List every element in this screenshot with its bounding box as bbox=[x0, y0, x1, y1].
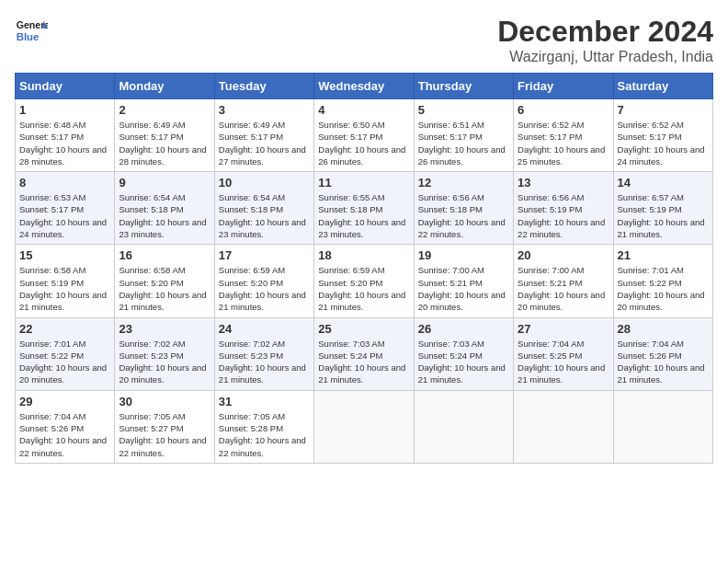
svg-text:Blue: Blue bbox=[17, 31, 40, 42]
day-number: 1 bbox=[19, 103, 110, 117]
day-info: Sunrise: 7:04 AMSunset: 5:26 PMDaylight:… bbox=[19, 410, 110, 459]
day-info: Sunrise: 6:50 AMSunset: 5:17 PMDaylight:… bbox=[318, 119, 409, 167]
calendar-cell: 22Sunrise: 7:01 AMSunset: 5:22 PMDayligh… bbox=[16, 317, 115, 390]
weekday-header-friday: Friday bbox=[514, 74, 613, 99]
calendar-week-3: 15Sunrise: 6:58 AMSunset: 5:19 PMDayligh… bbox=[16, 245, 713, 317]
day-info: Sunrise: 7:05 AMSunset: 5:27 PMDaylight:… bbox=[119, 410, 210, 459]
day-info: Sunrise: 7:05 AMSunset: 5:28 PMDaylight:… bbox=[219, 410, 310, 459]
calendar-cell: 10Sunrise: 6:54 AMSunset: 5:18 PMDayligh… bbox=[214, 172, 313, 245]
day-number: 21 bbox=[618, 248, 709, 262]
weekday-header-monday: Monday bbox=[115, 74, 214, 99]
day-number: 4 bbox=[318, 103, 409, 117]
day-info: Sunrise: 7:03 AMSunset: 5:24 PMDaylight:… bbox=[318, 338, 409, 386]
calendar-cell: 13Sunrise: 6:56 AMSunset: 5:19 PMDayligh… bbox=[514, 172, 613, 245]
day-number: 3 bbox=[219, 103, 310, 117]
day-number: 8 bbox=[19, 176, 110, 190]
day-number: 17 bbox=[219, 248, 310, 262]
calendar-cell bbox=[613, 390, 712, 463]
calendar-cell: 14Sunrise: 6:57 AMSunset: 5:19 PMDayligh… bbox=[613, 172, 712, 245]
day-number: 11 bbox=[318, 176, 409, 190]
day-info: Sunrise: 6:51 AMSunset: 5:17 PMDaylight:… bbox=[418, 119, 509, 167]
day-number: 28 bbox=[618, 322, 709, 336]
month-title: December 2024 bbox=[497, 15, 713, 49]
day-number: 23 bbox=[119, 322, 210, 336]
day-number: 9 bbox=[119, 176, 210, 190]
calendar-cell: 1Sunrise: 6:48 AMSunset: 5:17 PMDaylight… bbox=[16, 99, 115, 172]
calendar-cell: 8Sunrise: 6:53 AMSunset: 5:17 PMDaylight… bbox=[16, 172, 115, 245]
weekday-header-saturday: Saturday bbox=[613, 74, 712, 99]
day-number: 25 bbox=[318, 322, 409, 336]
day-info: Sunrise: 6:57 AMSunset: 5:19 PMDaylight:… bbox=[618, 191, 709, 240]
day-number: 16 bbox=[119, 248, 210, 262]
day-info: Sunrise: 6:52 AMSunset: 5:17 PMDaylight:… bbox=[618, 119, 709, 167]
weekday-header-wednesday: Wednesday bbox=[314, 74, 414, 99]
calendar-cell: 20Sunrise: 7:00 AMSunset: 5:21 PMDayligh… bbox=[514, 245, 613, 317]
calendar-cell: 17Sunrise: 6:59 AMSunset: 5:20 PMDayligh… bbox=[214, 245, 313, 317]
logo: General Blue bbox=[15, 15, 48, 48]
day-info: Sunrise: 7:01 AMSunset: 5:22 PMDaylight:… bbox=[618, 264, 709, 313]
day-info: Sunrise: 6:58 AMSunset: 5:20 PMDaylight:… bbox=[119, 264, 210, 313]
weekday-header-sunday: Sunday bbox=[16, 74, 115, 99]
calendar-cell: 9Sunrise: 6:54 AMSunset: 5:18 PMDaylight… bbox=[115, 172, 214, 245]
calendar-cell: 6Sunrise: 6:52 AMSunset: 5:17 PMDaylight… bbox=[514, 99, 613, 172]
calendar-cell: 29Sunrise: 7:04 AMSunset: 5:26 PMDayligh… bbox=[16, 390, 115, 463]
calendar-cell: 24Sunrise: 7:02 AMSunset: 5:23 PMDayligh… bbox=[214, 317, 313, 390]
day-info: Sunrise: 6:49 AMSunset: 5:17 PMDaylight:… bbox=[119, 119, 210, 167]
day-info: Sunrise: 7:00 AMSunset: 5:21 PMDaylight:… bbox=[518, 264, 609, 313]
calendar-cell: 15Sunrise: 6:58 AMSunset: 5:19 PMDayligh… bbox=[16, 245, 115, 317]
weekday-header-tuesday: Tuesday bbox=[214, 74, 313, 99]
day-number: 15 bbox=[19, 248, 110, 262]
day-info: Sunrise: 6:52 AMSunset: 5:17 PMDaylight:… bbox=[518, 119, 609, 167]
day-info: Sunrise: 7:03 AMSunset: 5:24 PMDaylight:… bbox=[418, 338, 509, 386]
calendar-week-1: 1Sunrise: 6:48 AMSunset: 5:17 PMDaylight… bbox=[16, 99, 713, 172]
calendar-week-2: 8Sunrise: 6:53 AMSunset: 5:17 PMDaylight… bbox=[16, 172, 713, 245]
day-info: Sunrise: 6:59 AMSunset: 5:20 PMDaylight:… bbox=[219, 264, 310, 313]
calendar-cell: 26Sunrise: 7:03 AMSunset: 5:24 PMDayligh… bbox=[414, 317, 513, 390]
weekday-header-row: SundayMondayTuesdayWednesdayThursdayFrid… bbox=[16, 74, 713, 99]
day-number: 14 bbox=[618, 176, 709, 190]
calendar-cell bbox=[414, 390, 513, 463]
calendar-cell: 28Sunrise: 7:04 AMSunset: 5:26 PMDayligh… bbox=[613, 317, 712, 390]
day-number: 24 bbox=[219, 322, 310, 336]
day-number: 10 bbox=[219, 176, 310, 190]
day-info: Sunrise: 7:02 AMSunset: 5:23 PMDaylight:… bbox=[219, 338, 310, 386]
day-info: Sunrise: 6:58 AMSunset: 5:19 PMDaylight:… bbox=[19, 264, 110, 313]
day-number: 26 bbox=[418, 322, 509, 336]
calendar-cell: 25Sunrise: 7:03 AMSunset: 5:24 PMDayligh… bbox=[314, 317, 414, 390]
svg-text:General: General bbox=[17, 19, 48, 30]
day-number: 27 bbox=[518, 322, 609, 336]
day-number: 5 bbox=[418, 103, 509, 117]
day-number: 13 bbox=[518, 176, 609, 190]
calendar-cell bbox=[314, 390, 414, 463]
calendar-cell: 27Sunrise: 7:04 AMSunset: 5:25 PMDayligh… bbox=[514, 317, 613, 390]
calendar-cell: 21Sunrise: 7:01 AMSunset: 5:22 PMDayligh… bbox=[613, 245, 712, 317]
calendar-cell: 12Sunrise: 6:56 AMSunset: 5:18 PMDayligh… bbox=[414, 172, 513, 245]
calendar-cell: 30Sunrise: 7:05 AMSunset: 5:27 PMDayligh… bbox=[115, 390, 214, 463]
day-number: 6 bbox=[518, 103, 609, 117]
day-info: Sunrise: 6:53 AMSunset: 5:17 PMDaylight:… bbox=[19, 191, 110, 240]
day-info: Sunrise: 6:54 AMSunset: 5:18 PMDaylight:… bbox=[219, 191, 310, 240]
title-area: December 2024 Wazirganj, Uttar Pradesh, … bbox=[497, 15, 713, 65]
day-info: Sunrise: 6:59 AMSunset: 5:20 PMDaylight:… bbox=[318, 264, 409, 313]
day-number: 12 bbox=[418, 176, 509, 190]
day-number: 29 bbox=[19, 395, 110, 408]
calendar-cell: 3Sunrise: 6:49 AMSunset: 5:17 PMDaylight… bbox=[214, 99, 313, 172]
calendar-cell: 11Sunrise: 6:55 AMSunset: 5:18 PMDayligh… bbox=[314, 172, 414, 245]
day-info: Sunrise: 7:02 AMSunset: 5:23 PMDaylight:… bbox=[119, 338, 210, 386]
logo-icon: General Blue bbox=[15, 15, 48, 48]
day-info: Sunrise: 6:56 AMSunset: 5:19 PMDaylight:… bbox=[518, 191, 609, 240]
calendar-cell: 7Sunrise: 6:52 AMSunset: 5:17 PMDaylight… bbox=[613, 99, 712, 172]
calendar-cell: 4Sunrise: 6:50 AMSunset: 5:17 PMDaylight… bbox=[314, 99, 414, 172]
calendar-cell: 23Sunrise: 7:02 AMSunset: 5:23 PMDayligh… bbox=[115, 317, 214, 390]
day-number: 19 bbox=[418, 248, 509, 262]
calendar-cell bbox=[514, 390, 613, 463]
day-info: Sunrise: 7:04 AMSunset: 5:26 PMDaylight:… bbox=[618, 338, 709, 386]
calendar-cell: 18Sunrise: 6:59 AMSunset: 5:20 PMDayligh… bbox=[314, 245, 414, 317]
day-info: Sunrise: 6:55 AMSunset: 5:18 PMDaylight:… bbox=[318, 191, 409, 240]
day-info: Sunrise: 6:54 AMSunset: 5:18 PMDaylight:… bbox=[119, 191, 210, 240]
day-number: 20 bbox=[518, 248, 609, 262]
day-info: Sunrise: 6:49 AMSunset: 5:17 PMDaylight:… bbox=[219, 119, 310, 167]
calendar-table: SundayMondayTuesdayWednesdayThursdayFrid… bbox=[15, 73, 713, 464]
location-title: Wazirganj, Uttar Pradesh, India bbox=[497, 49, 713, 65]
day-number: 18 bbox=[318, 248, 409, 262]
